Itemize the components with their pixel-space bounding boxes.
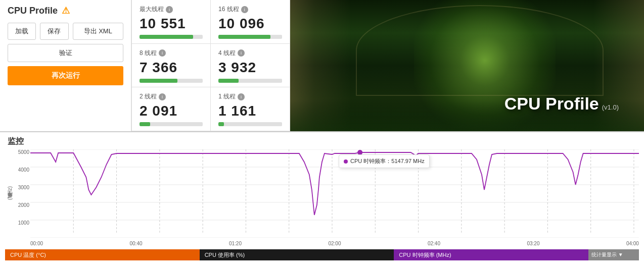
- score-bar-1: [218, 35, 270, 39]
- banner-background: CPU Profile (v1.0): [290, 0, 644, 131]
- info-icon-0[interactable]: i: [166, 6, 173, 13]
- score-grid: 最大线程 i 10 551 16 线程 i 10 096 8 线程 i 7 36…: [131, 0, 290, 131]
- monitor-title: 监控: [0, 132, 644, 149]
- banner-title-text: CPU Profile: [504, 94, 599, 114]
- action-buttons-row: 加载 保存 导出 XML: [8, 23, 123, 40]
- legend-cpu-clock-label: CPU 时钟频率 (MHz): [399, 251, 451, 259]
- score-label-4: 2 线程 i: [140, 92, 203, 101]
- score-label-5: 1 线程 i: [218, 92, 282, 101]
- info-icon-5[interactable]: i: [238, 93, 245, 100]
- banner-version-text: (v1.0): [602, 103, 619, 111]
- score-cell-0: 最大线程 i 10 551: [132, 0, 211, 44]
- export-xml-button[interactable]: 导出 XML: [73, 23, 124, 40]
- x-label-5: 03:20: [527, 241, 539, 246]
- left-panel: CPU Profile ⚠ 加载 保存 导出 XML 验证 再次运行: [0, 0, 131, 131]
- tooltip-text: CPU 时钟频率：5147.97 MHz: [350, 157, 425, 165]
- chart-svg: 正在运行 最大线程 被存处理 正在运行 16 线程 被存处理 正在运行 8 线程…: [30, 149, 639, 238]
- legend-bar: CPU 温度 (°C) CPU 使用率 (%) CPU 时钟频率 (MHz) 统…: [5, 249, 639, 260]
- legend-cpu-temp: CPU 温度 (°C): [5, 249, 200, 260]
- x-label-3: 02:00: [328, 241, 341, 246]
- score-cell-4: 2 线程 i 2 091: [132, 87, 211, 131]
- x-axis: 00:00 00:40 01:20 02:00 02:40 03:20 04:0…: [30, 239, 639, 248]
- tooltip: CPU 时钟频率：5147.97 MHz: [339, 154, 430, 168]
- y-axis-title: 频率 (MHz): [5, 149, 15, 238]
- score-label-2: 8 线程 i: [140, 49, 203, 58]
- chart-container: 频率 (MHz) 5000 4000 3000 2000 1000: [5, 149, 639, 248]
- x-label-0: 00:00: [30, 241, 43, 246]
- info-icon-1[interactable]: i: [241, 6, 248, 13]
- score-value-5: 1 161: [218, 103, 282, 119]
- score-bar-container-4: [140, 122, 203, 126]
- run-again-button[interactable]: 再次运行: [8, 66, 123, 85]
- score-bar-2: [140, 79, 177, 83]
- banner: CPU Profile (v1.0): [290, 0, 644, 131]
- legend-cpu-clock: CPU 时钟频率 (MHz): [394, 249, 588, 260]
- info-icon-4[interactable]: i: [159, 93, 166, 100]
- x-label-6: 04:00: [626, 241, 639, 246]
- score-bar-container-0: [140, 35, 203, 39]
- legend-cpu-temp-label: CPU 温度 (°C): [10, 251, 46, 259]
- score-label-3: 4 线程 i: [218, 49, 282, 58]
- warning-icon: ⚠: [62, 5, 70, 16]
- title-text: CPU Profile: [8, 6, 58, 16]
- score-bar-4: [140, 122, 150, 126]
- load-button[interactable]: 加载: [8, 23, 36, 40]
- tooltip-dot: [344, 159, 348, 164]
- verify-button[interactable]: 验证: [8, 44, 123, 62]
- score-label-1: 16 线程 i: [218, 5, 282, 14]
- y-label-4000: 4000: [18, 167, 29, 173]
- app-title: CPU Profile ⚠: [8, 5, 123, 16]
- y-label-2000: 2000: [18, 202, 29, 208]
- score-value-2: 7 366: [140, 60, 203, 76]
- score-value-4: 2 091: [140, 103, 203, 119]
- score-value-1: 10 096: [218, 16, 282, 32]
- legend-cpu-usage: CPU 使用率 (%): [200, 249, 394, 260]
- save-button[interactable]: 保存: [40, 23, 68, 40]
- score-bar-container-3: [218, 79, 282, 83]
- monitor-section: 监控 频率 (MHz) 5000 4000 3000 2000 1000: [0, 131, 644, 269]
- info-icon-2[interactable]: i: [159, 49, 166, 57]
- score-cell-5: 1 线程 i 1 161: [211, 87, 290, 131]
- score-bar-container-5: [218, 122, 282, 126]
- score-cell-2: 8 线程 i 7 366: [132, 44, 211, 88]
- legend-cpu-usage-label: CPU 使用率 (%): [205, 251, 245, 259]
- legend-extra: 统计量显示 ▼: [588, 249, 639, 260]
- score-bar-container-1: [218, 35, 282, 39]
- score-cell-1: 16 线程 i 10 096: [211, 0, 290, 44]
- score-value-3: 3 932: [218, 60, 282, 76]
- y-label-1000: 1000: [18, 220, 29, 226]
- y-axis-label-text: 频率 (MHz): [7, 186, 14, 201]
- info-icon-3[interactable]: i: [238, 49, 245, 57]
- score-label-0: 最大线程 i: [140, 5, 203, 14]
- score-bar-0: [140, 35, 193, 39]
- x-label-1: 00:40: [129, 241, 142, 246]
- legend-extra-label: 统计量显示 ▼: [591, 251, 623, 258]
- x-label-2: 01:20: [229, 241, 242, 246]
- score-bar-5: [218, 122, 224, 126]
- score-cell-3: 4 线程 i 3 932: [211, 44, 290, 88]
- y-label-5000: 5000: [18, 149, 29, 155]
- score-bar-3: [218, 79, 239, 83]
- y-axis-numbers: 5000 4000 3000 2000 1000: [15, 149, 29, 238]
- score-value-0: 10 551: [140, 16, 203, 32]
- score-bar-container-2: [140, 79, 203, 83]
- y-label-3000: 3000: [18, 185, 29, 190]
- x-label-4: 02:40: [428, 241, 440, 246]
